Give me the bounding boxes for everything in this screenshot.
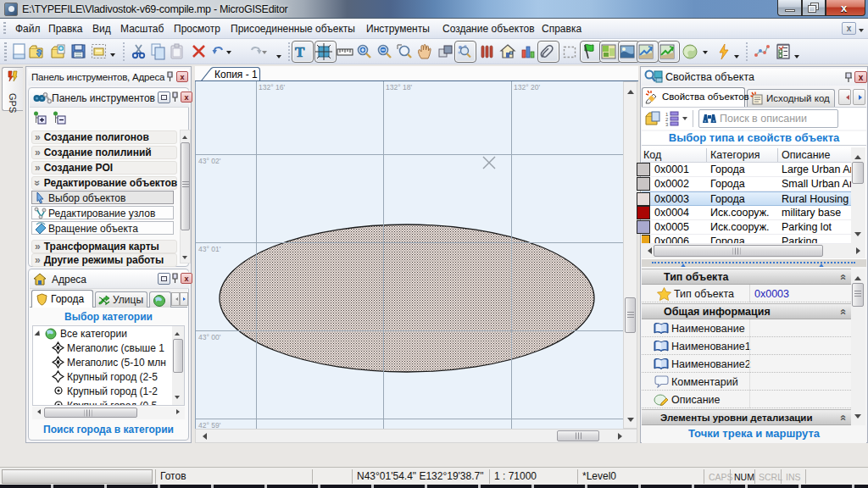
svg-text:3: 3 [665, 122, 669, 126]
svg-text:T: T [295, 44, 305, 60]
